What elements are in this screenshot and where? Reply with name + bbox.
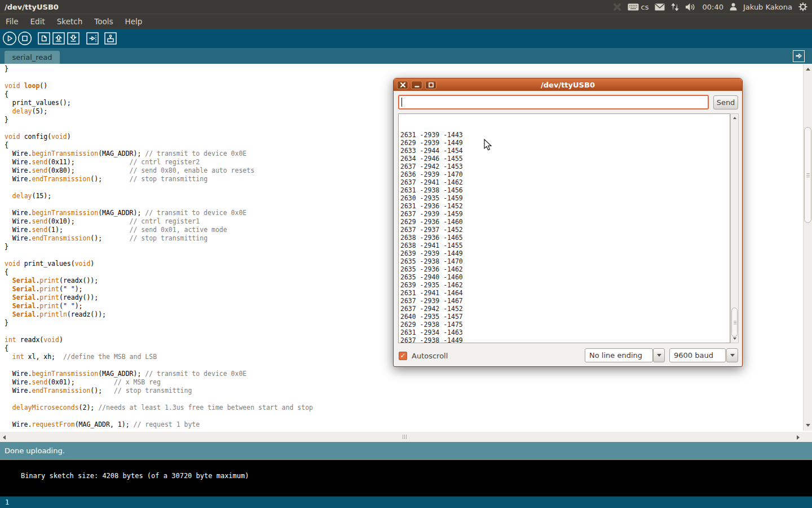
indicator-x-icon[interactable] [613,3,621,11]
line-ending-value: No line ending [589,351,642,360]
code-line [5,361,313,370]
chevron-down-icon [657,354,661,357]
user-icon[interactable] [730,3,737,11]
code-line [5,73,313,82]
serial-scrollbar-thumb[interactable] [731,308,738,337]
line-ending-dropdown-button[interactable] [653,348,665,362]
stop-icon [17,31,32,46]
serial-row: 2637 -2939 -1459 [400,210,730,218]
serial-monitor-icon [104,32,117,45]
verify-button[interactable] [2,31,17,46]
serial-row: 2637 -2941 -1462 [400,178,730,186]
window-title: /dev/ttyUSB0 [5,3,59,11]
menu-help[interactable]: Help [125,17,143,26]
code-line: Wire.requestFrom(MAG_ADDR, 1); // reques… [5,421,313,429]
scroll-left-icon[interactable] [3,435,6,440]
screen: /dev/ttyUSB0 cs 00:40 Jakub Kakona File … [0,0,812,508]
code-line: Wire.beginTransmission(MAG_ADDR); // tra… [5,209,313,217]
code-line [5,412,313,421]
serial-row: 2635 -2940 -1460 [400,273,730,281]
status-bar: Done uploading. [0,442,812,459]
serial-monitor-button[interactable] [104,32,117,45]
power-gear-icon[interactable] [798,2,807,11]
thumb-grip [734,322,736,323]
volume-icon[interactable] [685,3,696,11]
baud-dropdown-button[interactable] [726,348,738,362]
code-line: { [5,141,313,150]
editor-horizontal-scrollbar[interactable] [0,431,812,442]
username[interactable]: Jakub Kakona [743,3,792,11]
verify-icon [2,31,17,46]
code-line: { [5,268,313,277]
code-line: Serial.print(" "); [5,285,313,294]
scroll-up-icon[interactable] [806,68,810,71]
save-icon [67,32,80,45]
code-line: delay(5); [5,107,313,116]
scroll-down-icon[interactable] [806,424,810,427]
serial-row: 2638 -2941 -1455 [400,242,730,249]
serial-send-input[interactable] [398,95,709,110]
menu-tools[interactable]: Tools [94,17,113,26]
autoscroll-label[interactable]: Autoscroll [412,352,448,360]
close-icon [400,82,405,87]
close-button[interactable] [397,81,408,89]
serial-row: 2629 -2938 -1475 [400,321,730,329]
network-updown-icon[interactable] [671,3,679,11]
code-line: Wire.endTransmission(); // stop transmit… [5,234,313,243]
code-line: void loop() [5,82,313,90]
send-button[interactable]: Send [713,95,738,110]
tab-menu-arrow-icon [795,51,803,62]
serial-monitor-titlebar[interactable]: /dev/ttyUSB0 [394,78,742,91]
chevron-down-icon [730,354,735,357]
scroll-right-icon[interactable] [797,435,800,440]
code-line [5,251,313,260]
minimize-button[interactable] [411,81,422,89]
open-button[interactable] [52,32,65,45]
editor-scrollbar-thumb[interactable] [804,127,811,223]
menubar: File Edit Sketch Tools Help [0,14,812,29]
tab-serial-read[interactable]: serial_read [5,51,60,64]
tab-menu-button[interactable] [793,50,805,62]
minimize-icon [414,82,420,87]
serial-output-lines: 2631 -2939 -14432629 -2939 -14492633 -29… [400,131,730,343]
menu-sketch[interactable]: Sketch [57,17,82,26]
code-line: int readx(void) [5,336,313,344]
serial-scroll-up-icon[interactable] [733,117,736,119]
line-ending-select[interactable]: No line ending [585,348,653,362]
serial-scrollbar[interactable] [730,113,739,343]
clock[interactable]: 00:40 [702,3,723,11]
menu-file[interactable]: File [6,17,19,26]
code-line: Serial.println(readz()); [5,310,313,319]
toolbar [0,29,812,48]
mail-icon[interactable] [655,3,665,11]
code-line: } [5,65,313,73]
maximize-button[interactable] [425,81,436,89]
save-button[interactable] [67,32,80,45]
serial-row: 2631 -2938 -1456 [400,186,730,194]
serial-output[interactable]: 2631 -2939 -14432629 -2939 -14492633 -29… [398,113,730,343]
code-line: Serial.print(readx()); [5,277,313,285]
code-line: Wire.endTransmission(); // stop transmit… [5,175,313,183]
serial-scroll-down-icon[interactable] [733,338,736,340]
menu-edit[interactable]: Edit [30,17,45,26]
stop-button[interactable] [17,31,32,46]
serial-row: 2629 -2939 -1449 [400,139,730,147]
code-line: { [5,344,313,353]
code-line: Wire.send(0x80); // send 0x80, enable au… [5,167,313,175]
serial-row: 2634 -2946 -1455 [400,155,730,163]
upload-button[interactable] [86,32,99,45]
serial-row: 2640 -2935 -1457 [400,313,730,321]
keyboard-layout-icon[interactable]: cs [628,3,649,11]
autoscroll-checkbox[interactable]: ✓ [399,352,407,360]
serial-row: 2631 -2941 -1464 [400,289,730,297]
serial-row: 2637 -2942 -1452 [400,305,730,313]
editor-vertical-scrollbar[interactable] [803,64,812,431]
baud-rate-select[interactable]: 9600 baud [669,348,726,362]
code-line: Serial.print(ready()); [5,294,313,302]
system-tray: cs 00:40 Jakub Kakona [613,2,812,11]
serial-row: 2637 -2942 -1453 [400,163,730,170]
status-message: Done uploading. [5,446,65,455]
code-line: } [5,319,313,327]
serial-row: 2629 -2936 -1460 [400,218,730,226]
new-sketch-button[interactable] [38,32,50,45]
